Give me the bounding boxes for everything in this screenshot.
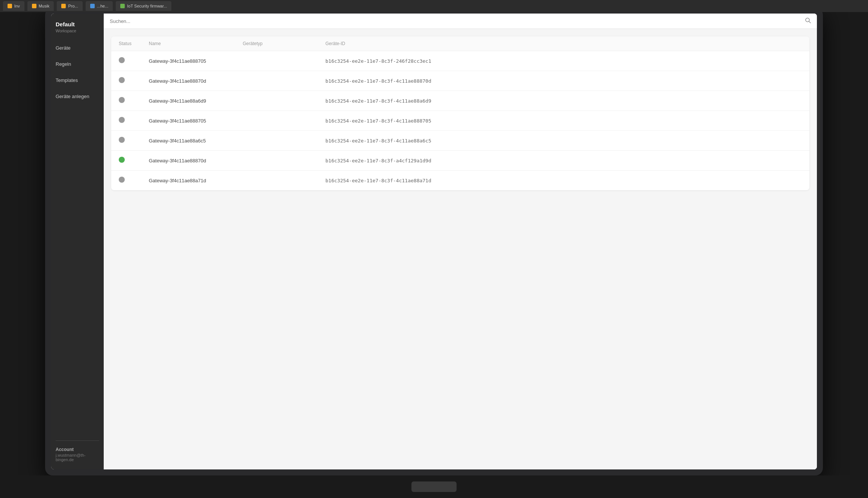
device-id: b16c3254-ee2e-11e7-8c3f-4c11ae88a6d9	[325, 98, 802, 104]
laptop-screen: Default Workspace Geräte Regeln Template…	[51, 14, 817, 469]
device-id: b16c3254-ee2e-11e7-8c3f-246f28cc3ec1	[325, 58, 802, 64]
tab-proj-label: Pro...	[68, 4, 78, 8]
workspace-subtitle: Workspace	[56, 29, 99, 33]
status-dot	[119, 77, 125, 83]
trackpad[interactable]	[411, 481, 457, 492]
device-name: Gateway-3f4c11ae888705	[149, 58, 243, 64]
sidebar-bottom: Account j.wustmann@th-bingen.de	[56, 440, 99, 462]
sidebar-nav: Geräte Regeln Templates Geräte anlegen	[56, 44, 99, 440]
status-dot	[119, 117, 125, 123]
sidebar-item-geraete-anlegen[interactable]: Geräte anlegen	[56, 93, 99, 100]
status-cell	[119, 97, 149, 104]
search-icon	[805, 17, 811, 23]
table-row[interactable]: Gateway-3f4c11ae88a6d9 b16c3254-ee2e-11e…	[111, 91, 809, 111]
sidebar-workspace: Default Workspace	[56, 21, 99, 33]
table-header: Status Name Gerätetyp Geräte-ID	[111, 36, 809, 51]
device-name: Gateway-3f4c11ae88a6c5	[149, 138, 243, 144]
account-label: Account	[56, 447, 99, 452]
status-dot	[119, 57, 125, 63]
status-dot	[119, 177, 125, 183]
device-name: Gateway-3f4c11ae88a71d	[149, 178, 243, 183]
browser-topbar: Inv Musik Pro... ...he... IoT Security f…	[0, 0, 868, 12]
device-name: Gateway-3f4c11ae88870d	[149, 158, 243, 163]
laptop-bottom	[0, 475, 868, 498]
tab-other-label: ...he...	[97, 4, 109, 8]
col-name: Name	[149, 41, 243, 46]
status-cell	[119, 157, 149, 164]
table-row[interactable]: Gateway-3f4c11ae88870d b16c3254-ee2e-11e…	[111, 151, 809, 171]
device-name: Gateway-3f4c11ae888705	[149, 118, 243, 124]
search-input[interactable]	[110, 18, 801, 24]
tab-proj-icon	[61, 4, 66, 8]
sidebar-item-regeln[interactable]: Regeln	[56, 61, 99, 68]
col-id: Geräte-ID	[325, 41, 802, 46]
status-cell	[119, 117, 149, 124]
search-button[interactable]	[805, 17, 811, 25]
table-row[interactable]: Gateway-3f4c11ae88a6c5 b16c3254-ee2e-11e…	[111, 131, 809, 151]
status-cell	[119, 137, 149, 144]
status-cell	[119, 177, 149, 184]
workspace-title: Default	[56, 21, 99, 28]
tab-proj[interactable]: Pro...	[57, 1, 82, 11]
device-id: b16c3254-ee2e-11e7-8c3f-a4cf129a1d9d	[325, 158, 802, 163]
device-name: Gateway-3f4c11ae88870d	[149, 78, 243, 84]
device-id: b16c3254-ee2e-11e7-8c3f-4c11ae88870d	[325, 78, 802, 84]
tab-musik[interactable]: Musik	[27, 1, 54, 11]
tab-iot-icon	[120, 4, 125, 8]
device-name: Gateway-3f4c11ae88a6d9	[149, 98, 243, 104]
tab-iot-label: IoT Security firmwar...	[127, 4, 167, 8]
laptop-frame: Default Workspace Geräte Regeln Template…	[45, 8, 823, 475]
main-content: Status Name Gerätetyp Geräte-ID Gateway-…	[104, 14, 817, 469]
tab-inv-label: Inv	[14, 4, 20, 8]
search-bar	[104, 14, 817, 29]
account-email: j.wustmann@th-bingen.de	[56, 453, 99, 462]
svg-line-1	[809, 21, 811, 23]
status-cell	[119, 77, 149, 85]
tab-inv[interactable]: Inv	[3, 1, 24, 11]
sidebar-item-templates[interactable]: Templates	[56, 77, 99, 84]
tab-other-icon	[90, 4, 95, 8]
status-dot	[119, 97, 125, 103]
tab-other[interactable]: ...he...	[86, 1, 113, 11]
table-row[interactable]: Gateway-3f4c11ae88a71d b16c3254-ee2e-11e…	[111, 171, 809, 190]
table-body: Gateway-3f4c11ae888705 b16c3254-ee2e-11e…	[111, 51, 809, 190]
status-dot	[119, 157, 125, 163]
tab-inv-icon	[8, 4, 12, 8]
tab-iot[interactable]: IoT Security firmwar...	[116, 1, 171, 11]
device-id: b16c3254-ee2e-11e7-8c3f-4c11ae88a71d	[325, 178, 802, 183]
sidebar: Default Workspace Geräte Regeln Template…	[51, 14, 104, 469]
col-status: Status	[119, 41, 149, 46]
table-row[interactable]: Gateway-3f4c11ae888705 b16c3254-ee2e-11e…	[111, 111, 809, 131]
device-id: b16c3254-ee2e-11e7-8c3f-4c11ae88a6c5	[325, 138, 802, 144]
table-container: Status Name Gerätetyp Geräte-ID Gateway-…	[104, 29, 817, 469]
table-row[interactable]: Gateway-3f4c11ae88870d b16c3254-ee2e-11e…	[111, 71, 809, 91]
device-id: b16c3254-ee2e-11e7-8c3f-4c11ae888705	[325, 118, 802, 124]
table-row[interactable]: Gateway-3f4c11ae888705 b16c3254-ee2e-11e…	[111, 51, 809, 71]
device-table: Status Name Gerätetyp Geräte-ID Gateway-…	[111, 36, 809, 190]
status-dot	[119, 137, 125, 143]
col-type: Gerätetyp	[243, 41, 325, 46]
status-cell	[119, 57, 149, 65]
tab-musik-icon	[32, 4, 36, 8]
tab-musik-label: Musik	[39, 4, 50, 8]
sidebar-item-geraete[interactable]: Geräte	[56, 44, 99, 51]
